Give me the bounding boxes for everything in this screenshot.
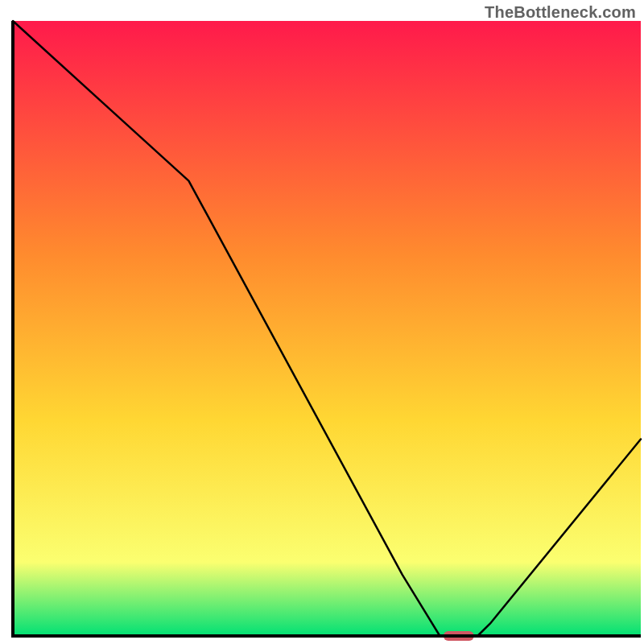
plot-background xyxy=(13,21,641,636)
chart-container: TheBottleneck.com xyxy=(0,0,644,644)
bottleneck-chart xyxy=(0,0,644,644)
watermark-text: TheBottleneck.com xyxy=(485,3,636,22)
